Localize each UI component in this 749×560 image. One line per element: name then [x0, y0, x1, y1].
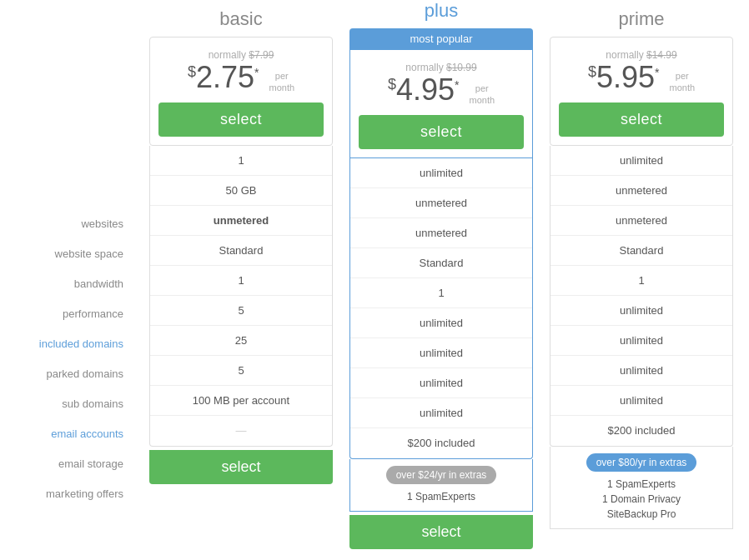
prime-price: $5.95* permonth [559, 61, 724, 94]
plus-marketing-offers: $200 included [350, 428, 532, 458]
plus-extras: over $24/yr in extras 1 SpamExperts [349, 459, 533, 512]
prime-email-storage: unlimited [550, 386, 732, 416]
prime-price-box: normally $14.99 $5.95* permonth select [550, 37, 733, 146]
plus-performance: Standard [350, 248, 532, 278]
basic-select-bottom-button[interactable]: select [149, 450, 333, 484]
basic-included-domains: 1 [150, 266, 332, 296]
prime-websites: unlimited [550, 146, 732, 176]
label-websites: websites [0, 208, 133, 238]
basic-performance: Standard [150, 236, 332, 266]
prime-extras-item-2: SiteBackup Pro [559, 507, 724, 522]
prime-header: prime [550, 8, 733, 37]
label-included-domains: included domains [0, 328, 133, 358]
label-performance: performance [0, 298, 133, 328]
prime-performance: Standard [550, 236, 732, 266]
labels-column: websites website space bandwidth perform… [0, 8, 133, 508]
prime-email-accounts: unlimited [550, 356, 732, 386]
basic-plan-name: basic [149, 8, 333, 30]
plus-header: plus [349, 0, 533, 28]
label-email-accounts: email accounts [0, 418, 133, 448]
basic-header: basic [149, 8, 333, 37]
plus-select-bottom-button[interactable]: select [349, 515, 533, 549]
prime-parked-domains: unlimited [550, 296, 732, 326]
basic-sub-domains: 25 [150, 326, 332, 356]
basic-parked-domains: 5 [150, 296, 332, 326]
prime-data-rows: unlimited unmetered unmetered Standard 1… [550, 146, 733, 447]
plus-sub-domains: unlimited [350, 338, 532, 368]
prime-extras-item-0: 1 SpamExperts [559, 477, 724, 492]
basic-websites: 1 [150, 146, 332, 176]
plus-select-top-button[interactable]: select [359, 115, 524, 149]
plus-website-space: unmetered [350, 188, 532, 218]
plans-area: basic normally $7.99 $2.75* permonth sel… [133, 8, 749, 549]
prime-plan-name: prime [550, 8, 733, 30]
plus-price: $4.95* permonth [359, 73, 524, 107]
basic-normal-price: normally $7.99 [158, 49, 324, 61]
prime-extras: over $80/yr in extras 1 SpamExperts 1 Do… [550, 447, 733, 529]
label-email-storage: email storage [0, 448, 133, 478]
prime-extras-badge: over $80/yr in extras [586, 453, 697, 472]
prime-included-domains: 1 [550, 266, 732, 296]
prime-normal-price: normally $14.99 [559, 49, 724, 61]
label-parked-domains: parked domains [0, 358, 133, 388]
label-website-space: website space [0, 238, 133, 268]
plan-plus: plus most popular normally $10.99 $4.95*… [349, 0, 533, 549]
basic-data-rows: 1 50 GB unmetered Standard 1 5 25 5 100 … [149, 146, 333, 447]
plus-email-accounts: unlimited [350, 368, 532, 398]
basic-price-box: normally $7.99 $2.75* permonth select [149, 37, 333, 146]
plus-websites: unlimited [350, 158, 532, 188]
basic-price: $2.75* permonth [158, 61, 324, 94]
basic-bandwidth: unmetered [150, 206, 332, 236]
plus-popular-badge: most popular [349, 28, 533, 49]
plus-parked-domains: unlimited [350, 308, 532, 338]
prime-sub-domains: unlimited [550, 326, 732, 356]
plus-data-rows: unlimited unmetered unmetered Standard 1… [349, 158, 533, 459]
basic-email-accounts: 5 [150, 356, 332, 386]
basic-email-storage: 100 MB per account [150, 386, 332, 416]
plus-included-domains: 1 [350, 278, 532, 308]
plus-normal-price: normally $10.99 [359, 62, 524, 73]
prime-website-space: unmetered [550, 176, 732, 206]
prime-extras-item-1: 1 Domain Privacy [559, 492, 724, 507]
plan-prime: prime normally $14.99 $5.95* permonth se… [550, 8, 733, 529]
basic-marketing-offers: — [150, 416, 332, 446]
label-bandwidth: bandwidth [0, 268, 133, 298]
label-marketing-offers: marketing offers [0, 478, 133, 508]
plus-plan-name: plus [349, 0, 533, 22]
plus-bandwidth: unmetered [350, 218, 532, 248]
basic-website-space: 50 GB [150, 176, 332, 206]
label-sub-domains: sub domains [0, 388, 133, 418]
prime-bandwidth: unmetered [550, 206, 732, 236]
basic-select-top-button[interactable]: select [158, 102, 324, 137]
plus-extras-badge: over $24/yr in extras [386, 466, 497, 484]
plus-email-storage: unlimited [350, 398, 532, 428]
plus-price-box: normally $10.99 $4.95* permonth select [349, 49, 533, 158]
plan-basic: basic normally $7.99 $2.75* permonth sel… [149, 8, 333, 484]
prime-marketing-offers: $200 included [550, 416, 732, 446]
pricing-container: websites website space bandwidth perform… [0, 0, 749, 560]
prime-select-top-button[interactable]: select [559, 102, 724, 137]
plus-extras-item-0: 1 SpamExperts [359, 489, 524, 504]
